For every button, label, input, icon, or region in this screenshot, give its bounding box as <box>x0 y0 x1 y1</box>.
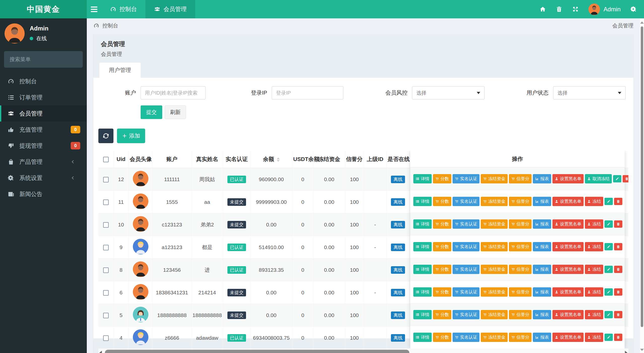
detail-button[interactable]: 详情 <box>413 242 432 251</box>
realname-button[interactable]: 实名认证 <box>453 174 479 183</box>
detail-button[interactable]: 详情 <box>413 265 432 274</box>
detail-button[interactable]: 详情 <box>413 174 432 183</box>
sidebar-item-充值管理[interactable]: 充值管理0 <box>0 122 87 138</box>
sidebar-toggle-button[interactable] <box>87 0 101 18</box>
row-checkbox[interactable] <box>103 290 109 296</box>
freeze-button[interactable]: 冻结 <box>585 265 603 274</box>
edit-button[interactable] <box>605 334 613 341</box>
scroll-down-arrow[interactable] <box>640 349 644 351</box>
freeze_funds-button[interactable]: 冻结资金 <box>481 287 508 297</box>
sidebar-item-产品管理[interactable]: 产品管理 <box>0 154 87 170</box>
report-button[interactable]: 报表 <box>533 265 551 274</box>
report-button[interactable]: 报表 <box>533 333 551 342</box>
scroll-up-arrow[interactable] <box>640 21 644 24</box>
credit-button[interactable]: 信誉分 <box>509 287 532 297</box>
delete-button[interactable] <box>623 175 628 182</box>
row-checkbox[interactable] <box>103 267 109 273</box>
row-checkbox[interactable] <box>103 313 109 318</box>
freeze-button[interactable]: 冻结 <box>585 242 603 251</box>
edit-button[interactable] <box>605 220 613 228</box>
submit-button[interactable]: 提交 <box>141 105 162 119</box>
edit-button[interactable] <box>613 175 621 182</box>
blacklist-button[interactable]: 设置黑名单 <box>552 333 584 342</box>
report-button[interactable]: 报表 <box>533 197 551 206</box>
report-button[interactable]: 报表 <box>533 219 551 229</box>
risk-select[interactable]: 选择 <box>412 86 485 99</box>
freeze_funds-button[interactable]: 冻结资金 <box>481 242 508 251</box>
add-button[interactable]: 添加 <box>117 129 145 143</box>
realname-button[interactable]: 实名认证 <box>453 219 479 229</box>
freeze-button[interactable]: 冻结 <box>585 333 603 342</box>
horizontal-scrollbar[interactable] <box>98 348 628 353</box>
detail-button[interactable]: 详情 <box>413 310 432 319</box>
reload-button[interactable] <box>98 129 113 143</box>
delete-button[interactable] <box>614 198 622 205</box>
credit-button[interactable]: 信誉分 <box>509 242 532 251</box>
freeze_funds-button[interactable]: 冻结资金 <box>481 174 508 183</box>
credit-button[interactable]: 信誉分 <box>509 219 532 229</box>
delete-button[interactable] <box>614 334 622 341</box>
report-button[interactable]: 报表 <box>533 287 551 297</box>
topbar-user-menu[interactable]: Admin <box>588 4 621 15</box>
score-button[interactable]: 分数 <box>433 287 451 297</box>
credit-button[interactable]: 信誉分 <box>509 197 532 206</box>
realname-button[interactable]: 实名认证 <box>453 265 479 274</box>
freeze_funds-button[interactable]: 冻结资金 <box>481 219 508 229</box>
score-button[interactable]: 分数 <box>433 310 451 319</box>
detail-button[interactable]: 详情 <box>413 219 432 229</box>
tab-user-management[interactable]: 用户管理 <box>99 63 141 78</box>
delete-button[interactable] <box>614 243 622 250</box>
detail-button[interactable]: 详情 <box>413 197 432 206</box>
detail-button[interactable]: 详情 <box>413 333 432 342</box>
realname-button[interactable]: 实名认证 <box>453 310 479 319</box>
freeze_funds-button[interactable]: 冻结资金 <box>481 197 508 206</box>
freeze-button[interactable]: 冻结 <box>585 219 603 229</box>
horizontal-scrollbar-thumb[interactable] <box>105 350 409 353</box>
edit-button[interactable] <box>605 243 613 250</box>
scroll-left-arrow[interactable] <box>99 351 102 353</box>
sidebar-item-订单管理[interactable]: 订单管理 <box>0 89 87 105</box>
nav-tab-members[interactable]: 会员管理 <box>145 0 195 18</box>
realname-button[interactable]: 实名认证 <box>453 333 479 342</box>
score-button[interactable]: 分数 <box>433 265 451 274</box>
credit-button[interactable]: 信誉分 <box>509 265 532 274</box>
edit-button[interactable] <box>605 311 613 318</box>
score-button[interactable]: 分数 <box>433 242 451 251</box>
sidebar-item-控制台[interactable]: 控制台 <box>0 73 87 89</box>
report-button[interactable]: 报表 <box>533 174 551 183</box>
realname-button[interactable]: 实名认证 <box>453 197 479 206</box>
refresh-button[interactable]: 刷新 <box>165 105 186 119</box>
report-button[interactable]: 报表 <box>533 310 551 319</box>
fullscreen-icon[interactable] <box>572 6 579 13</box>
delete-button[interactable] <box>614 266 622 273</box>
freeze-button[interactable]: 冻结 <box>585 197 603 206</box>
score-button[interactable]: 分数 <box>433 174 451 183</box>
select-all-checkbox[interactable] <box>103 157 109 162</box>
user-status-select[interactable]: 选择 <box>553 86 626 99</box>
report-button[interactable]: 报表 <box>533 242 551 251</box>
home-icon[interactable] <box>539 6 546 13</box>
freeze_funds-button[interactable]: 冻结资金 <box>481 333 508 342</box>
blacklist-button[interactable]: 设置黑名单 <box>552 219 584 229</box>
row-checkbox[interactable] <box>103 335 109 341</box>
blacklist-button[interactable]: 设置黑名单 <box>552 197 584 206</box>
delete-button[interactable] <box>614 288 622 296</box>
sort-icon[interactable] <box>277 158 280 162</box>
score-button[interactable]: 分数 <box>433 333 451 342</box>
realname-button[interactable]: 实名认证 <box>453 242 479 251</box>
row-checkbox[interactable] <box>103 222 109 228</box>
vertical-scrollbar-thumb[interactable] <box>641 26 643 327</box>
freeze-button[interactable]: 冻结 <box>585 287 603 297</box>
vertical-scrollbar[interactable] <box>640 18 644 353</box>
freeze_funds-button[interactable]: 冻结资金 <box>481 265 508 274</box>
realname-button[interactable]: 实名认证 <box>453 287 479 297</box>
row-checkbox[interactable] <box>103 177 109 182</box>
edit-button[interactable] <box>605 288 613 296</box>
score-button[interactable]: 分数 <box>433 197 451 206</box>
edit-button[interactable] <box>605 198 613 205</box>
score-button[interactable]: 分数 <box>433 219 451 229</box>
scroll-right-arrow[interactable] <box>625 351 627 353</box>
delete-button[interactable] <box>614 311 622 318</box>
nav-tab-dashboard[interactable]: 控制台 <box>101 0 145 18</box>
login-ip-input[interactable] <box>272 86 343 99</box>
